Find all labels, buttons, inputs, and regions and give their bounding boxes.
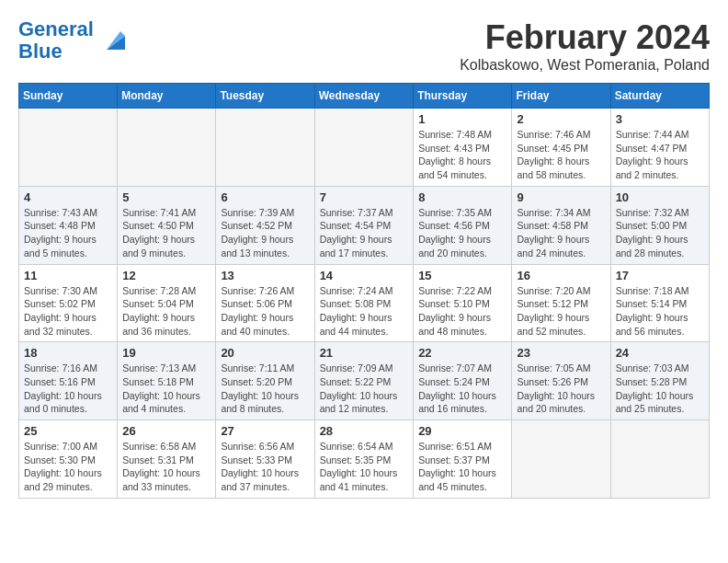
day-info: Sunrise: 7:43 AMSunset: 4:48 PMDaylight:… xyxy=(24,206,112,260)
calendar-cell: 29Sunrise: 6:51 AMSunset: 5:37 PMDayligh… xyxy=(414,420,512,499)
day-info: Sunrise: 7:20 AMSunset: 5:12 PMDaylight:… xyxy=(517,284,605,339)
logo: General Blue xyxy=(18,18,125,63)
day-number: 4 xyxy=(24,190,112,204)
column-header-monday: Monday xyxy=(118,84,216,109)
calendar-cell xyxy=(314,109,414,187)
day-info: Sunrise: 7:32 AMSunset: 5:00 PMDaylight:… xyxy=(616,206,704,260)
day-info: Sunrise: 7:03 AMSunset: 5:28 PMDaylight:… xyxy=(616,362,704,416)
calendar-cell xyxy=(19,109,118,187)
day-info: Sunrise: 7:35 AMSunset: 4:56 PMDaylight:… xyxy=(418,206,506,260)
calendar-cell: 16Sunrise: 7:20 AMSunset: 5:12 PMDayligh… xyxy=(512,264,610,342)
calendar-cell: 14Sunrise: 7:24 AMSunset: 5:08 PMDayligh… xyxy=(314,264,414,342)
calendar-cell: 21Sunrise: 7:09 AMSunset: 5:22 PMDayligh… xyxy=(314,342,414,420)
day-info: Sunrise: 7:39 AMSunset: 4:52 PMDaylight:… xyxy=(221,206,309,260)
day-info: Sunrise: 7:44 AMSunset: 4:47 PMDaylight:… xyxy=(616,128,704,182)
calendar-header-row: SundayMondayTuesdayWednesdayThursdayFrid… xyxy=(19,84,710,109)
day-info: Sunrise: 7:34 AMSunset: 4:58 PMDaylight:… xyxy=(517,206,605,260)
day-info: Sunrise: 7:24 AMSunset: 5:08 PMDaylight:… xyxy=(320,284,409,339)
day-number: 10 xyxy=(616,190,704,204)
calendar-cell: 27Sunrise: 6:56 AMSunset: 5:33 PMDayligh… xyxy=(216,420,314,499)
day-info: Sunrise: 7:09 AMSunset: 5:22 PMDaylight:… xyxy=(320,362,409,416)
day-number: 23 xyxy=(517,346,605,360)
calendar-cell: 6Sunrise: 7:39 AMSunset: 4:52 PMDaylight… xyxy=(216,186,314,264)
day-number: 22 xyxy=(418,346,506,360)
day-number: 11 xyxy=(24,269,112,282)
day-info: Sunrise: 7:28 AMSunset: 5:04 PMDaylight:… xyxy=(122,284,210,339)
day-info: Sunrise: 7:48 AMSunset: 4:43 PMDaylight:… xyxy=(418,128,506,182)
day-info: Sunrise: 7:46 AMSunset: 4:45 PMDaylight:… xyxy=(517,128,605,182)
column-header-wednesday: Wednesday xyxy=(314,84,414,109)
logo-blue: Blue xyxy=(18,40,63,63)
day-info: Sunrise: 7:30 AMSunset: 5:02 PMDaylight:… xyxy=(24,284,112,339)
calendar-cell: 18Sunrise: 7:16 AMSunset: 5:16 PMDayligh… xyxy=(19,342,118,420)
calendar-cell: 23Sunrise: 7:05 AMSunset: 5:26 PMDayligh… xyxy=(512,342,610,420)
calendar-table: SundayMondayTuesdayWednesdayThursdayFrid… xyxy=(18,83,710,499)
day-info: Sunrise: 7:13 AMSunset: 5:18 PMDaylight:… xyxy=(122,362,210,416)
calendar-cell: 8Sunrise: 7:35 AMSunset: 4:56 PMDaylight… xyxy=(414,186,512,264)
column-header-saturday: Saturday xyxy=(610,84,709,109)
logo-icon xyxy=(97,27,125,54)
day-number: 28 xyxy=(320,424,409,438)
day-number: 29 xyxy=(418,424,506,438)
calendar-cell: 15Sunrise: 7:22 AMSunset: 5:10 PMDayligh… xyxy=(414,264,512,342)
day-info: Sunrise: 7:00 AMSunset: 5:30 PMDaylight:… xyxy=(24,440,112,494)
day-number: 17 xyxy=(616,269,704,282)
day-number: 26 xyxy=(122,424,210,438)
day-number: 18 xyxy=(24,346,112,360)
day-number: 15 xyxy=(418,269,506,282)
day-number: 16 xyxy=(517,269,605,282)
day-info: Sunrise: 7:16 AMSunset: 5:16 PMDaylight:… xyxy=(24,362,112,416)
day-number: 20 xyxy=(221,346,309,360)
day-info: Sunrise: 6:56 AMSunset: 5:33 PMDaylight:… xyxy=(221,440,309,494)
day-info: Sunrise: 7:18 AMSunset: 5:14 PMDaylight:… xyxy=(616,284,704,339)
day-info: Sunrise: 6:51 AMSunset: 5:37 PMDaylight:… xyxy=(418,440,506,494)
logo-text: General Blue xyxy=(18,18,94,63)
calendar-cell: 25Sunrise: 7:00 AMSunset: 5:30 PMDayligh… xyxy=(19,420,118,499)
calendar-cell: 11Sunrise: 7:30 AMSunset: 5:02 PMDayligh… xyxy=(19,264,118,342)
calendar-cell: 9Sunrise: 7:34 AMSunset: 4:58 PMDaylight… xyxy=(512,186,610,264)
calendar-cell: 17Sunrise: 7:18 AMSunset: 5:14 PMDayligh… xyxy=(610,264,709,342)
day-number: 14 xyxy=(320,269,409,282)
calendar-cell xyxy=(216,109,314,187)
subtitle: Kolbaskowo, West Pomerania, Poland xyxy=(460,57,710,74)
day-number: 7 xyxy=(320,190,409,204)
day-info: Sunrise: 7:26 AMSunset: 5:06 PMDaylight:… xyxy=(221,284,309,339)
day-number: 19 xyxy=(122,346,210,360)
calendar-week-row: 11Sunrise: 7:30 AMSunset: 5:02 PMDayligh… xyxy=(19,264,710,342)
calendar-cell: 4Sunrise: 7:43 AMSunset: 4:48 PMDaylight… xyxy=(19,186,118,264)
calendar-cell: 20Sunrise: 7:11 AMSunset: 5:20 PMDayligh… xyxy=(216,342,314,420)
column-header-friday: Friday xyxy=(512,84,610,109)
column-header-thursday: Thursday xyxy=(414,84,512,109)
calendar-cell xyxy=(512,420,610,499)
calendar-cell: 19Sunrise: 7:13 AMSunset: 5:18 PMDayligh… xyxy=(118,342,216,420)
day-number: 3 xyxy=(616,112,704,126)
day-number: 1 xyxy=(418,112,506,126)
day-number: 12 xyxy=(122,269,210,282)
calendar-cell: 12Sunrise: 7:28 AMSunset: 5:04 PMDayligh… xyxy=(118,264,216,342)
day-info: Sunrise: 6:58 AMSunset: 5:31 PMDaylight:… xyxy=(122,440,210,494)
main-title: February 2024 xyxy=(460,18,710,57)
column-header-sunday: Sunday xyxy=(19,84,118,109)
logo-general: General xyxy=(18,17,94,40)
day-number: 27 xyxy=(221,424,309,438)
day-info: Sunrise: 7:41 AMSunset: 4:50 PMDaylight:… xyxy=(122,206,210,260)
day-number: 5 xyxy=(122,190,210,204)
calendar-cell: 28Sunrise: 6:54 AMSunset: 5:35 PMDayligh… xyxy=(314,420,414,499)
calendar-week-row: 18Sunrise: 7:16 AMSunset: 5:16 PMDayligh… xyxy=(19,342,710,420)
day-number: 21 xyxy=(320,346,409,360)
day-number: 2 xyxy=(517,112,605,126)
calendar-cell: 10Sunrise: 7:32 AMSunset: 5:00 PMDayligh… xyxy=(610,186,709,264)
day-info: Sunrise: 6:54 AMSunset: 5:35 PMDaylight:… xyxy=(320,440,409,494)
day-number: 8 xyxy=(418,190,506,204)
day-number: 24 xyxy=(616,346,704,360)
day-info: Sunrise: 7:22 AMSunset: 5:10 PMDaylight:… xyxy=(418,284,506,339)
calendar-cell: 1Sunrise: 7:48 AMSunset: 4:43 PMDaylight… xyxy=(414,109,512,187)
column-header-tuesday: Tuesday xyxy=(216,84,314,109)
calendar-cell: 3Sunrise: 7:44 AMSunset: 4:47 PMDaylight… xyxy=(610,109,709,187)
calendar-cell xyxy=(118,109,216,187)
calendar-cell: 22Sunrise: 7:07 AMSunset: 5:24 PMDayligh… xyxy=(414,342,512,420)
day-number: 9 xyxy=(517,190,605,204)
calendar-cell: 24Sunrise: 7:03 AMSunset: 5:28 PMDayligh… xyxy=(610,342,709,420)
calendar-cell: 7Sunrise: 7:37 AMSunset: 4:54 PMDaylight… xyxy=(314,186,414,264)
calendar-week-row: 4Sunrise: 7:43 AMSunset: 4:48 PMDaylight… xyxy=(19,186,710,264)
